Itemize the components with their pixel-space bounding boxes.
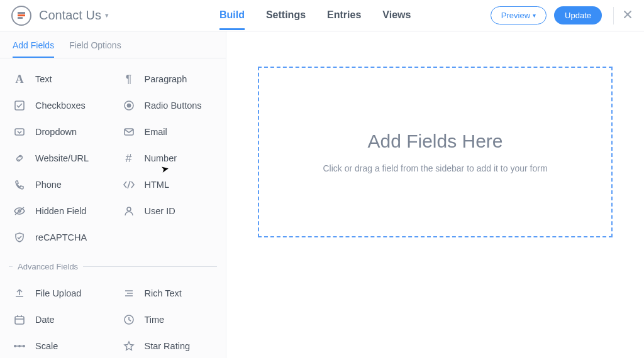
body: Add Fields Field Options A Text ¶ Paragr… — [0, 31, 644, 358]
preview-button[interactable]: Preview ▾ — [491, 6, 547, 24]
shield-icon — [13, 231, 26, 244]
preview-label: Preview — [501, 11, 530, 20]
field-label: Number — [145, 153, 177, 163]
svg-rect-7 — [125, 129, 133, 135]
app-logo — [11, 6, 31, 26]
dropzone-subtitle: Click or drag a field from the sidebar t… — [323, 163, 547, 173]
field-url[interactable]: Website/URL — [4, 145, 113, 171]
field-label: Paragraph — [145, 74, 187, 84]
field-richtext[interactable]: Rich Text — [113, 280, 223, 306]
field-html[interactable]: HTML — [113, 171, 223, 198]
close-button[interactable] — [613, 7, 633, 24]
tab-build[interactable]: Build — [219, 1, 245, 30]
field-label: HTML — [145, 180, 169, 190]
form-title-dropdown[interactable]: Contact Us ▾ — [39, 8, 109, 23]
richtext-icon — [122, 286, 136, 300]
field-phone[interactable]: Phone — [4, 171, 113, 198]
dropdown-icon — [13, 125, 26, 139]
dropzone-title: Add Fields Here — [367, 131, 502, 152]
field-checkboxes[interactable]: Checkboxes — [4, 92, 113, 119]
sidebar-subtabs: Add Fields Field Options — [0, 31, 226, 58]
field-dropdown[interactable]: Dropdown — [4, 119, 113, 145]
subtab-field-options[interactable]: Field Options — [69, 40, 121, 58]
field-label: Dropdown — [35, 127, 77, 137]
code-icon — [122, 178, 136, 192]
field-time[interactable]: Time — [113, 306, 223, 333]
form-dropzone[interactable]: Add Fields Here Click or drag a field fr… — [258, 67, 613, 237]
scale-icon — [13, 339, 26, 353]
svg-rect-0 — [18, 14, 25, 16]
field-userid[interactable]: User ID — [113, 198, 223, 224]
svg-rect-6 — [15, 129, 24, 135]
field-label: Website/URL — [35, 153, 89, 163]
canvas: Add Fields Here Click or drag a field fr… — [226, 31, 644, 358]
field-email[interactable]: Email — [113, 119, 223, 145]
tab-entries[interactable]: Entries — [327, 1, 361, 30]
user-icon — [122, 204, 136, 218]
field-recaptcha[interactable]: reCAPTCHA — [4, 224, 113, 251]
sidebar: Add Fields Field Options A Text ¶ Paragr… — [0, 31, 226, 358]
field-label: User ID — [145, 206, 175, 216]
email-icon — [122, 125, 136, 139]
hidden-icon — [13, 204, 26, 218]
form-title-text: Contact Us — [39, 8, 101, 23]
clock-icon — [122, 313, 136, 327]
link-icon — [13, 151, 26, 165]
topbar-actions: Preview ▾ Update — [491, 6, 633, 24]
close-icon — [623, 9, 633, 19]
update-button[interactable]: Update — [554, 6, 602, 24]
paragraph-icon: ¶ — [122, 72, 136, 86]
field-label: Date — [35, 315, 55, 325]
section-label: Advanced Fields — [18, 262, 78, 271]
phone-icon — [13, 178, 26, 192]
field-label: File Upload — [35, 288, 81, 298]
field-label: reCAPTCHA — [35, 232, 87, 242]
field-label: Phone — [35, 180, 62, 190]
tab-views[interactable]: Views — [382, 1, 411, 30]
field-label: Time — [145, 315, 165, 325]
chevron-down-icon: ▾ — [533, 12, 536, 19]
field-number[interactable]: # Number — [113, 145, 223, 171]
main-nav: Build Settings Entries Views — [219, 1, 411, 30]
svg-rect-1 — [18, 12, 25, 14]
checkbox-icon — [13, 99, 26, 112]
field-label: Rich Text — [145, 288, 182, 298]
text-icon: A — [13, 72, 26, 86]
field-label: Text — [35, 74, 52, 84]
svg-rect-10 — [15, 317, 24, 324]
subtab-add-fields[interactable]: Add Fields — [13, 40, 54, 58]
svg-point-9 — [127, 207, 131, 211]
field-label: Hidden Field — [35, 206, 86, 216]
advanced-fields-grid: File Upload Rich Text Date Time Scale St… — [0, 273, 226, 358]
field-label: Star Rating — [145, 341, 191, 351]
field-hidden[interactable]: Hidden Field — [4, 198, 113, 224]
star-icon — [122, 339, 136, 353]
calendar-icon — [13, 313, 26, 327]
advanced-section-header: Advanced Fields — [0, 257, 226, 273]
chevron-down-icon: ▾ — [105, 11, 109, 19]
svg-rect-2 — [18, 17, 23, 19]
field-scale[interactable]: Scale — [4, 333, 113, 358]
field-label: Radio Buttons — [145, 100, 202, 111]
field-label: Scale — [35, 341, 58, 351]
field-radio[interactable]: Radio Buttons — [113, 92, 223, 119]
field-paragraph[interactable]: ¶ Paragraph — [113, 66, 223, 92]
field-date[interactable]: Date — [4, 306, 113, 333]
upload-icon — [13, 286, 26, 300]
topbar: Contact Us ▾ Build Settings Entries View… — [0, 0, 644, 31]
tab-settings[interactable]: Settings — [266, 1, 306, 30]
radio-icon — [122, 99, 136, 112]
field-label: Checkboxes — [35, 100, 86, 111]
field-text[interactable]: A Text — [4, 66, 113, 92]
svg-point-5 — [127, 104, 131, 107]
basic-fields-grid: A Text ¶ Paragraph Checkboxes Radio Butt… — [0, 58, 226, 253]
field-label: Email — [145, 127, 167, 137]
field-star[interactable]: Star Rating — [113, 333, 223, 358]
field-file-upload[interactable]: File Upload — [4, 280, 113, 306]
hash-icon: # — [122, 151, 136, 165]
